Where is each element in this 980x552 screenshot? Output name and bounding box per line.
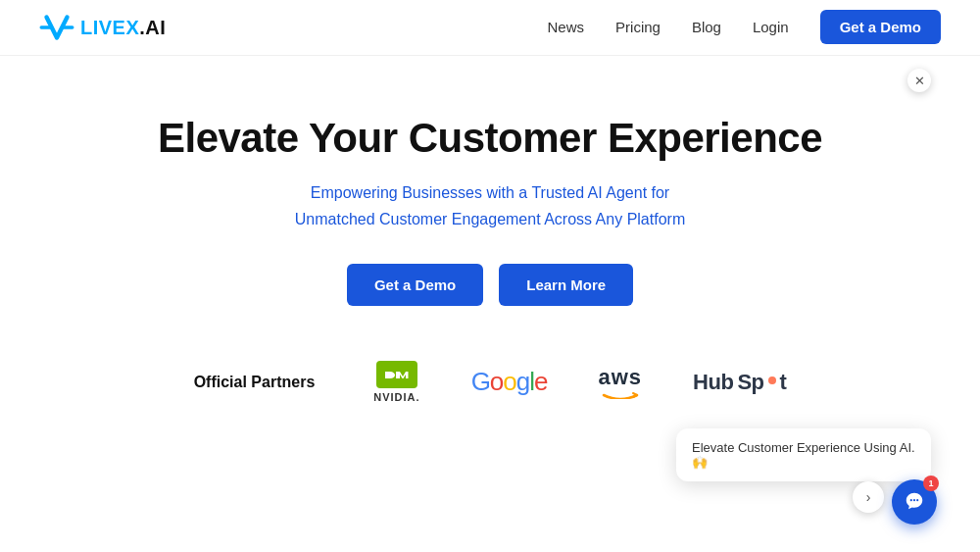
nvidia-logo: NVIDIA. <box>373 361 419 403</box>
aws-logo: aws <box>599 365 643 399</box>
svg-point-2 <box>910 499 912 501</box>
svg-point-3 <box>913 499 915 501</box>
hubspot-logo: Hub Sp t <box>693 370 786 395</box>
chat-fab-button[interactable]: 1 <box>892 479 937 525</box>
logo-text: LIVEX.AI <box>80 17 166 39</box>
svg-point-4 <box>916 499 918 501</box>
google-logo: Google <box>471 367 548 397</box>
chat-arrow-button[interactable]: › <box>853 481 884 513</box>
hero-heading: Elevate Your Customer Experience <box>20 115 960 162</box>
nvidia-text: NVIDIA. <box>373 391 419 403</box>
chat-bubble: Elevate Customer Experience Using AI. 🙌 <box>676 428 931 481</box>
nav-get-demo-button[interactable]: Get a Demo <box>820 10 941 44</box>
learn-more-button[interactable]: Learn More <box>499 264 633 306</box>
nav-news[interactable]: News <box>548 19 585 35</box>
nav-pricing[interactable]: Pricing <box>615 19 661 35</box>
chat-badge: 1 <box>923 476 939 491</box>
nav-blog[interactable]: Blog <box>692 19 721 35</box>
chat-close-button[interactable]: ✕ <box>907 69 931 92</box>
logo[interactable]: LIVEX.AI <box>39 14 166 41</box>
hero-subheading: Empowering Businesses with a Trusted AI … <box>20 179 960 232</box>
nav-login[interactable]: Login <box>753 19 789 35</box>
get-demo-button[interactable]: Get a Demo <box>347 264 483 306</box>
partners-label: Official Partners <box>194 374 316 391</box>
